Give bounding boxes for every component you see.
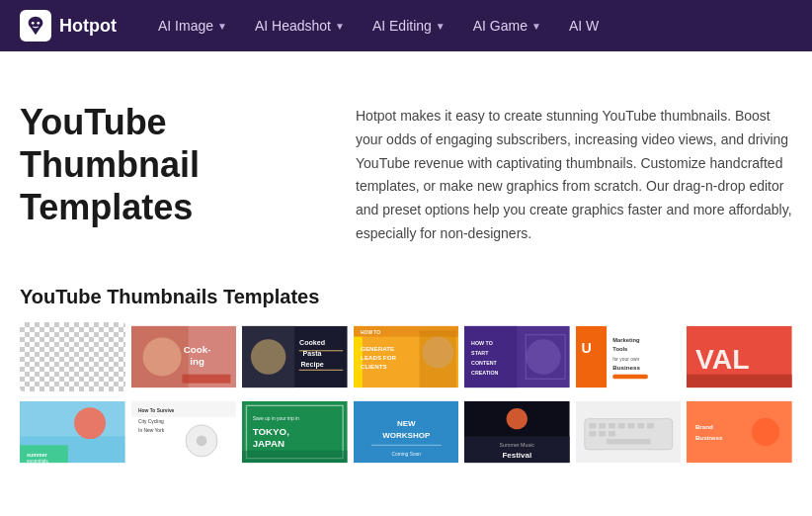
chevron-down-icon: ▼ <box>436 21 446 32</box>
template-card-leads[interactable]: HOW TO GENERATE LEADS FOR CLIENTS <box>354 322 459 391</box>
svg-point-32 <box>526 339 561 375</box>
nav-ai-editing[interactable]: AI Editing ▼ <box>361 12 457 40</box>
template-card-workshop[interactable]: NEW WORKSHOP Coming Soon <box>354 397 459 467</box>
svg-text:Save up in your trip in: Save up in your trip in <box>253 416 299 421</box>
svg-text:HOW TO: HOW TO <box>471 340 493 346</box>
svg-text:Summer Music: Summer Music <box>500 442 535 448</box>
chevron-down-icon: ▼ <box>335 21 345 32</box>
chevron-down-icon: ▼ <box>217 21 227 32</box>
svg-rect-86 <box>609 431 615 436</box>
svg-text:Recipe: Recipe <box>301 361 324 369</box>
svg-text:WORKSHOP: WORKSHOP <box>382 431 431 440</box>
svg-point-92 <box>752 418 779 446</box>
hero-description-area: Hotpot makes it easy to create stunning … <box>356 101 792 246</box>
svg-text:LEADS FOR: LEADS FOR <box>361 353 396 360</box>
svg-text:Cooked: Cooked <box>299 339 325 347</box>
hero-description: Hotpot makes it easy to create stunning … <box>356 105 792 246</box>
svg-text:Business: Business <box>612 364 640 371</box>
svg-rect-44 <box>687 375 792 387</box>
svg-text:for your own: for your own <box>612 357 639 362</box>
svg-rect-81 <box>627 423 634 428</box>
svg-rect-79 <box>609 423 615 428</box>
template-card-vale[interactable]: VAL <box>687 322 792 391</box>
svg-rect-41 <box>612 375 648 379</box>
svg-text:Tools: Tools <box>612 346 627 352</box>
svg-point-47 <box>74 407 106 439</box>
templates-grid-row1: Cook- ing Cooked Pasta Recipe <box>20 322 792 391</box>
svg-rect-83 <box>647 423 654 428</box>
svg-text:HOW TO: HOW TO <box>361 330 380 335</box>
chevron-down-icon: ▼ <box>531 21 541 32</box>
svg-rect-78 <box>599 423 606 428</box>
svg-rect-77 <box>589 423 596 428</box>
svg-text:essentials: essentials <box>27 459 48 464</box>
template-card-summer[interactable]: summer essentials <box>20 397 125 467</box>
svg-point-0 <box>32 22 35 25</box>
svg-text:Business: Business <box>695 434 723 441</box>
svg-text:START: START <box>471 350 489 356</box>
template-card-keyboard[interactable] <box>576 397 682 467</box>
svg-text:U: U <box>581 339 591 355</box>
svg-text:CREATION: CREATION <box>471 370 499 376</box>
svg-rect-80 <box>617 423 624 428</box>
template-card-tokyo[interactable]: Save up in your trip in TOKYO, JAPAN <box>242 397 348 467</box>
nav-ai-image[interactable]: AI Image ▼ <box>146 12 239 40</box>
svg-point-57 <box>196 435 206 446</box>
hero-title-area: YouTube Thumbnail Templates <box>20 101 316 229</box>
svg-rect-63 <box>242 450 348 462</box>
svg-text:Brand: Brand <box>695 423 713 430</box>
svg-text:JAPAN: JAPAN <box>253 438 284 449</box>
svg-text:Pasta: Pasta <box>303 350 322 358</box>
svg-rect-7 <box>182 375 230 384</box>
template-card-pasta[interactable]: Cooked Pasta Recipe <box>242 322 348 391</box>
svg-rect-35 <box>576 326 607 387</box>
logo-icon <box>20 10 51 42</box>
svg-text:TOKYO,: TOKYO, <box>253 425 289 436</box>
svg-rect-84 <box>589 431 596 436</box>
svg-rect-82 <box>637 423 644 428</box>
svg-text:City Cycling: City Cycling <box>138 419 164 424</box>
logo[interactable]: Hotpot <box>20 10 117 42</box>
svg-text:VAL: VAL <box>695 342 750 374</box>
nav-ai-headshot[interactable]: AI Headshot ▼ <box>243 12 357 40</box>
svg-text:CLIENTS: CLIENTS <box>361 362 387 369</box>
template-card-cooking[interactable]: Cook- ing <box>131 322 237 391</box>
templates-section: YouTube Thumbnails Templates Cook- ing C… <box>0 276 812 486</box>
templates-grid-row2: summer essentials How To Survive City Cy… <box>20 397 792 467</box>
svg-text:Festival: Festival <box>503 451 532 460</box>
template-card-marketing[interactable]: Marketing Tools for your own Business U <box>576 322 682 391</box>
template-card-content[interactable]: HOW TO START CONTENT CREATION <box>464 322 570 391</box>
svg-text:How To Survive: How To Survive <box>138 408 174 413</box>
template-card-cycling[interactable]: How To Survive City Cycling In New York <box>131 397 237 467</box>
navbar: Hotpot AI Image ▼ AI Headshot ▼ AI Editi… <box>0 0 812 51</box>
logo-text: Hotpot <box>59 16 117 37</box>
hero-section: YouTube Thumbnail Templates Hotpot makes… <box>0 51 812 276</box>
svg-text:NEW: NEW <box>397 419 416 428</box>
svg-text:CONTENT: CONTENT <box>471 360 497 366</box>
svg-point-1 <box>37 22 40 25</box>
template-card-checker[interactable] <box>20 322 125 391</box>
svg-point-71 <box>507 408 528 429</box>
svg-text:Coming Soon: Coming Soon <box>391 452 421 457</box>
templates-section-title: YouTube Thumbnails Templates <box>20 286 792 308</box>
svg-rect-87 <box>607 439 650 444</box>
svg-point-10 <box>251 339 286 375</box>
svg-rect-85 <box>599 431 606 436</box>
svg-text:In New York: In New York <box>138 428 165 433</box>
svg-text:ing: ing <box>190 356 204 367</box>
svg-text:Marketing: Marketing <box>612 337 640 343</box>
template-card-brand[interactable]: Brand Business <box>687 397 792 467</box>
svg-text:Cook-: Cook- <box>183 343 210 354</box>
svg-text:GENERATE: GENERATE <box>361 345 394 352</box>
nav-items: AI Image ▼ AI Headshot ▼ AI Editing ▼ AI… <box>146 12 792 40</box>
nav-ai-game[interactable]: AI Game ▼ <box>461 12 553 40</box>
nav-ai-w[interactable]: AI W <box>557 12 610 40</box>
svg-text:summer: summer <box>27 452 47 458</box>
svg-point-24 <box>422 336 453 368</box>
template-card-festival[interactable]: Summer Music Festival <box>464 397 570 467</box>
page-title: YouTube Thumbnail Templates <box>20 101 316 229</box>
svg-point-4 <box>142 337 181 376</box>
